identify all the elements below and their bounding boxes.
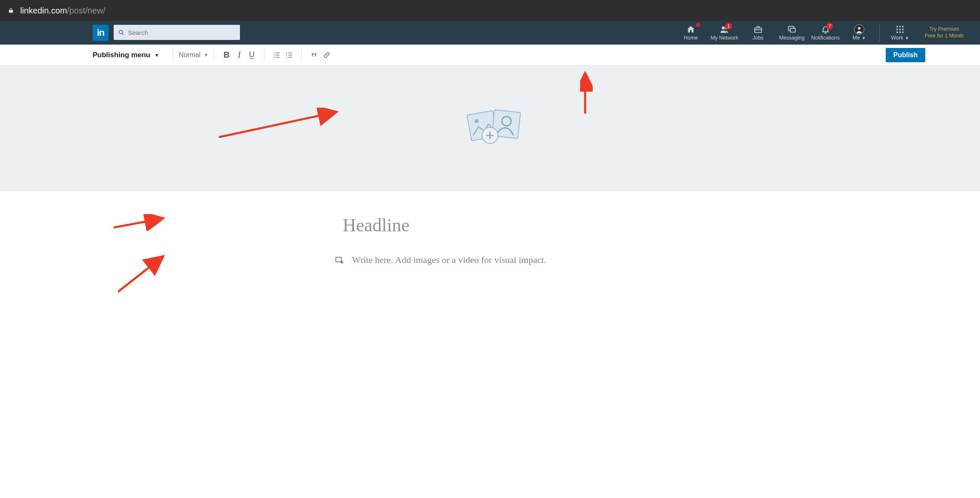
home-icon [686,25,695,34]
search-input[interactable] [128,29,236,36]
browser-address-bar: linkedin.com/post/new/ [0,0,980,21]
nav-separator [879,24,880,41]
nav-label: Notifications [811,35,840,41]
svg-rect-13 [897,29,898,30]
svg-rect-18 [902,32,903,33]
svg-rect-17 [899,32,900,33]
toolbar-separator [214,49,214,61]
nav-label: My Network [711,35,738,41]
briefcase-icon [754,25,763,34]
svg-point-29 [286,57,287,58]
italic-button[interactable]: I [233,49,245,61]
nav-me[interactable]: Me▼ [842,21,876,45]
link-button[interactable] [320,49,333,61]
svg-rect-10 [897,26,898,27]
messaging-icon [787,25,796,34]
add-cover-image-button[interactable] [454,109,526,147]
svg-point-2 [722,26,724,29]
svg-line-42 [114,218,163,228]
toolbar-separator [301,49,302,61]
ordered-list-button[interactable]: 123 [270,49,283,61]
svg-rect-4 [755,28,762,32]
svg-text:3: 3 [274,56,275,58]
lock-icon [8,7,14,14]
svg-point-27 [286,54,287,55]
annotation-arrow [219,108,345,141]
publish-label: Publish [893,51,918,58]
cover-image-area[interactable] [0,66,980,191]
nav-label: Jobs [753,35,764,41]
svg-point-25 [286,52,287,53]
svg-rect-12 [902,26,903,27]
publishing-menu-button[interactable]: Publishing menu ▼ [93,51,167,59]
nav-label: Messaging [779,35,804,41]
toolbar-separator [264,49,264,61]
home-badge [696,23,700,27]
search-icon [118,29,125,36]
svg-rect-39 [336,257,341,262]
editor-toolbar: Publishing menu ▼ Normal ▼ B I U 123 Pub… [0,45,980,66]
premium-line1: Try Premium [929,26,959,33]
add-media-button[interactable] [334,255,344,265]
url-path: /post/new/ [67,6,105,15]
unordered-list-button[interactable] [283,49,296,61]
publishing-menu-label: Publishing menu [93,51,150,59]
global-search[interactable] [114,25,240,40]
caret-down-icon: ▼ [154,53,159,58]
toolbar-separator [173,49,173,61]
network-badge: 1 [725,23,732,29]
nav-jobs[interactable]: Jobs [741,21,775,45]
avatar-icon [854,25,864,34]
nav-my-network[interactable]: 1 My Network [708,21,741,45]
global-nav: in Home 1 My Network Jobs Messaging [0,21,980,45]
nav-notifications[interactable]: 7 Notifications [809,21,842,45]
nav-label: Work▼ [891,35,909,41]
caret-down-icon: ▼ [862,36,866,40]
svg-rect-11 [899,26,900,27]
headline-input[interactable]: Headline [343,215,637,236]
underline-button[interactable]: U [245,49,258,61]
article-editor: Headline Write here. Add images or a vid… [0,191,980,265]
nav-home[interactable]: Home [674,21,708,45]
publish-button[interactable]: Publish [886,48,925,62]
svg-point-0 [119,30,122,34]
nav-label: Home [684,35,698,41]
svg-line-1 [122,33,123,34]
premium-line2: Free for 1 Month [925,33,964,40]
annotation-arrow [118,252,168,294]
url-host: linkedin.com [20,6,67,15]
body-input[interactable]: Write here. Add images or a video for vi… [352,254,646,265]
svg-rect-15 [902,29,903,30]
svg-rect-16 [897,32,898,33]
svg-point-9 [858,27,861,30]
text-style-value: Normal [179,51,201,59]
svg-line-43 [118,256,163,292]
notifications-badge: 7 [826,23,833,29]
caret-down-icon: ▼ [204,53,208,57]
bold-button[interactable]: B [220,49,233,61]
apps-grid-icon [896,25,904,34]
annotation-arrow [114,214,168,231]
svg-line-38 [219,112,337,137]
svg-rect-7 [790,28,795,32]
linkedin-logo[interactable]: in [93,25,109,41]
browser-url[interactable]: linkedin.com/post/new/ [20,6,105,16]
nav-messaging[interactable]: Messaging [775,21,809,45]
nav-work[interactable]: Work▼ [883,21,917,45]
caret-down-icon: ▼ [905,36,909,40]
blockquote-button[interactable] [308,49,320,61]
premium-upsell[interactable]: Try Premium Free for 1 Month [917,21,967,45]
nav-label: Me▼ [852,35,865,41]
text-style-select[interactable]: Normal ▼ [179,51,208,59]
svg-rect-14 [899,29,900,30]
